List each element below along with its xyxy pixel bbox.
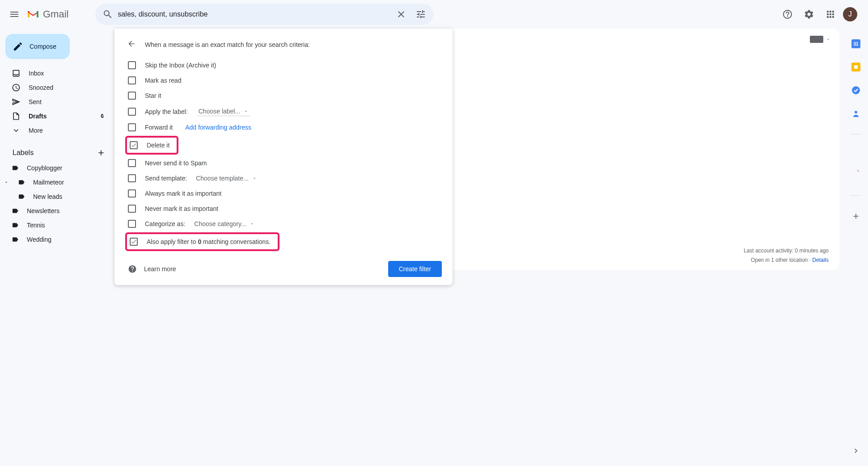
choose-template-dropdown[interactable]: Choose template...	[196, 175, 257, 182]
label-item-new-leads[interactable]: New leads	[0, 189, 114, 204]
nav-label: Snoozed	[29, 84, 104, 91]
nav-label: Drafts	[29, 113, 93, 120]
sidebar-item-inbox[interactable]: Inbox	[0, 66, 109, 80]
tag-icon	[12, 236, 19, 243]
main-menu-button[interactable]	[4, 4, 25, 25]
send-icon	[12, 97, 21, 106]
checkbox-forward[interactable]	[128, 123, 136, 131]
header-right: J	[779, 5, 864, 23]
input-tool-selector[interactable]	[810, 36, 830, 43]
open-locations-text: Open in 1 other location	[751, 257, 808, 263]
hide-side-panel-button[interactable]	[851, 446, 860, 457]
checkbox-apply-label[interactable]	[128, 108, 136, 116]
opt-label: Never send it to Spam	[145, 160, 207, 167]
compose-button[interactable]: Compose	[5, 34, 70, 59]
clear-search-button[interactable]	[391, 4, 411, 24]
checkbox-delete[interactable]	[130, 141, 138, 149]
contacts-app-icon[interactable]	[851, 109, 860, 118]
caret-down-icon[interactable]	[4, 180, 9, 185]
chevron-down-icon	[12, 126, 21, 135]
chevron-right-icon	[851, 446, 860, 455]
label-item-copyblogger[interactable]: Copyblogger	[0, 161, 114, 175]
gear-icon	[804, 9, 814, 20]
opt-label: Categorize as:	[145, 220, 185, 227]
add-addon-button[interactable]	[851, 212, 860, 223]
choose-category-dropdown[interactable]: Choose category...	[194, 220, 254, 227]
sidebar: Compose Inbox Snoozed Sent Drafts 6 More…	[0, 29, 114, 466]
opt-label: Star it	[145, 92, 161, 99]
meteor-addon-icon[interactable]	[851, 168, 860, 179]
also-apply-pre: Also apply filter to	[147, 238, 198, 245]
checkbox-mark-read[interactable]	[128, 76, 136, 84]
search-button[interactable]	[98, 4, 118, 24]
learn-more-link[interactable]: Learn more	[128, 264, 176, 273]
add-forwarding-link[interactable]: Add forwarding address	[185, 124, 251, 131]
add-label-button[interactable]	[97, 148, 106, 157]
label-item-newsletters[interactable]: Newsletters	[0, 204, 114, 218]
dropdown-text: Choose label...	[199, 108, 240, 115]
app-header: Gmail J	[0, 0, 868, 29]
clock-icon	[12, 83, 21, 92]
apps-grid-icon	[825, 9, 836, 20]
apps-button[interactable]	[821, 5, 839, 23]
content-area: Last account activity: 0 minutes ago Ope…	[114, 29, 843, 466]
right-side-panel: 31	[843, 29, 868, 466]
sidebar-item-more[interactable]: More	[0, 123, 109, 138]
account-avatar[interactable]: J	[843, 7, 857, 21]
tasks-app-icon[interactable]	[851, 86, 860, 95]
sidebar-item-sent[interactable]: Sent	[0, 95, 109, 109]
checkbox-send-template[interactable]	[128, 174, 136, 182]
opt-label: Never mark it as important	[145, 205, 218, 212]
filter-opt-skip-inbox: Skip the Inbox (Archive it)	[125, 58, 442, 73]
label-text: Tennis	[27, 222, 45, 229]
nav-label: Inbox	[29, 70, 104, 77]
logo-area[interactable]: Gmail	[27, 8, 68, 20]
highlight-box-also-apply: Also apply filter to 0 matching conversa…	[125, 232, 279, 251]
search-input[interactable]	[118, 10, 391, 18]
keep-app-icon[interactable]	[851, 63, 860, 71]
arrow-back-icon	[127, 39, 136, 48]
highlight-box-delete: Delete it	[125, 136, 178, 155]
checkbox-also-apply[interactable]	[130, 238, 138, 246]
dropdown-text: Choose category...	[194, 220, 246, 227]
opt-label: Mark as read	[145, 77, 182, 84]
caret-down-icon	[244, 109, 248, 113]
opt-label: Always mark it as important	[145, 190, 221, 197]
opt-label: Forward it	[145, 124, 173, 131]
nav-count: 6	[101, 113, 104, 119]
filter-opt-always-important: Always mark it as important	[125, 186, 442, 201]
create-filter-button[interactable]: Create filter	[388, 261, 442, 277]
checkbox-never-important[interactable]	[128, 205, 136, 213]
label-item-wedding[interactable]: Wedding	[0, 232, 114, 247]
search-options-button[interactable]	[411, 4, 431, 24]
opt-label: Apply the label:	[145, 108, 188, 115]
back-button[interactable]	[125, 38, 138, 51]
sidebar-item-snoozed[interactable]: Snoozed	[0, 80, 109, 95]
help-icon	[782, 9, 793, 20]
svg-rect-3	[854, 65, 858, 69]
tag-icon	[12, 164, 19, 172]
checkbox-categorize[interactable]	[128, 220, 136, 228]
details-link[interactable]: Details	[812, 257, 829, 263]
checkbox-star[interactable]	[128, 92, 136, 100]
checkbox-skip-inbox[interactable]	[128, 61, 136, 69]
settings-button[interactable]	[800, 5, 818, 23]
learn-more-text: Learn more	[144, 265, 176, 273]
label-item-mailmeteor[interactable]: Mailmeteor	[0, 175, 114, 189]
close-icon	[396, 9, 406, 20]
label-item-tennis[interactable]: Tennis	[0, 218, 114, 232]
filter-panel-header: When a message is an exact match for you…	[125, 38, 442, 51]
sidebar-item-drafts[interactable]: Drafts 6	[0, 109, 109, 123]
calendar-app-icon[interactable]: 31	[851, 39, 860, 48]
support-button[interactable]	[779, 5, 796, 23]
rail-separator	[851, 195, 861, 196]
dropdown-text: Choose template...	[196, 175, 249, 182]
filter-actions-panel: When a message is an exact match for you…	[114, 29, 453, 285]
choose-label-dropdown[interactable]: Choose label...	[197, 107, 250, 116]
main-container: Compose Inbox Snoozed Sent Drafts 6 More…	[0, 29, 868, 466]
checkbox-never-spam[interactable]	[128, 159, 136, 167]
filter-opt-forward: Forward it Add forwarding address	[125, 120, 442, 135]
checkbox-always-important[interactable]	[128, 189, 136, 197]
filter-opt-categorize: Categorize as: Choose category...	[125, 216, 442, 231]
tag-icon	[12, 222, 19, 229]
